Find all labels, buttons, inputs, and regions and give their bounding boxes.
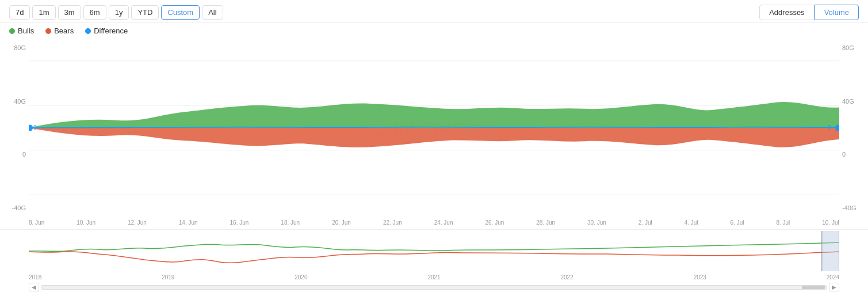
y-label-40g: 40G [3, 98, 26, 105]
btn-6m[interactable]: 6m [83, 5, 106, 20]
legend-bears: Bears [45, 26, 74, 35]
btn-3m[interactable]: 3m [58, 5, 81, 20]
bears-label: Bears [54, 26, 74, 35]
btn-ytd[interactable]: YTD [131, 5, 159, 20]
header: 7d 1m 3m 6m 1y YTD Custom All Addresses … [0, 0, 868, 23]
scrollbar-track[interactable] [41, 285, 827, 290]
difference-dot [85, 28, 91, 34]
btn-all[interactable]: All [202, 5, 223, 20]
legend-difference: Difference [85, 26, 128, 35]
bears-area [29, 128, 839, 147]
mini-bulls-line [29, 242, 839, 251]
y-axis-right: 80G 40G 0 -40G [839, 39, 868, 217]
mini-x-2024: 2024 [827, 274, 839, 280]
chart-area: IntoTheBlock 0 0 [29, 39, 839, 217]
mini-chart-selection[interactable] [822, 231, 839, 271]
btn-1y[interactable]: 1y [109, 5, 129, 20]
mini-x-2020: 2020 [295, 274, 307, 280]
bulls-label: Bulls [18, 26, 34, 35]
difference-label: Difference [94, 26, 128, 35]
y-label-neg40g: -40G [3, 204, 26, 211]
y-label-80g-top: 80G [3, 44, 26, 51]
btn-addresses[interactable]: Addresses [759, 5, 814, 20]
x-label-2: 12. Jun [128, 219, 147, 226]
chart-legend: Bulls Bears Difference [0, 23, 868, 39]
main-chart-svg: 0 0 [29, 39, 839, 217]
mini-x-2019: 2019 [162, 274, 174, 280]
y-right-80g-top: 80G [842, 44, 865, 51]
x-label-16: 10. Jul [822, 219, 839, 226]
btn-1m[interactable]: 1m [32, 5, 55, 20]
scroll-right-arrow[interactable]: ▶ [829, 283, 839, 291]
scrollbar-container: ◀ ▶ [0, 282, 868, 292]
x-label-7: 22. Jun [383, 219, 402, 226]
mini-chart-svg [29, 231, 839, 271]
mini-bears-line [29, 252, 839, 263]
x-label-14: 6. Jul [731, 219, 744, 226]
mini-x-2022: 2022 [561, 274, 573, 280]
y-right-neg40g: -40G [842, 204, 865, 211]
mini-x-2021: 2021 [427, 274, 440, 280]
scroll-left-arrow[interactable]: ◀ [29, 283, 39, 291]
x-label-11: 30. Jun [587, 219, 606, 226]
x-axis: 8. Jun 10. Jun 12. Jun 14. Jun 16. Jun 1… [0, 217, 868, 228]
y-right-40g: 40G [842, 98, 865, 105]
x-label-15: 8. Jul [776, 219, 790, 226]
main-chart-container: 80G 40G 0 -40G IntoTheBlock [0, 39, 868, 217]
bears-dot [45, 28, 51, 34]
x-label-6: 20. Jun [332, 219, 351, 226]
btn-volume[interactable]: Volume [815, 5, 859, 20]
x-label-5: 18. Jun [281, 219, 300, 226]
btn-custom[interactable]: Custom [161, 5, 200, 20]
mini-x-axis: 2018 2019 2020 2021 2022 2023 2024 [0, 273, 868, 282]
svg-text:0: 0 [828, 124, 831, 131]
x-label-4: 16. Jun [230, 219, 249, 226]
svg-text:0: 0 [33, 124, 37, 131]
x-label-8: 24. Jun [434, 219, 453, 226]
y-axis-left: 80G 40G 0 -40G [0, 39, 29, 217]
zero-dot-left [29, 124, 33, 131]
x-label-13: 4. Jul [685, 219, 698, 226]
scrollbar-thumb[interactable] [802, 286, 825, 289]
mini-x-2018: 2018 [29, 274, 41, 280]
y-label-0: 0 [3, 151, 26, 158]
mini-x-2023: 2023 [694, 274, 706, 280]
x-label-9: 26. Jun [485, 219, 504, 226]
mini-chart-container [0, 229, 868, 273]
bulls-dot [9, 28, 15, 34]
x-label-1: 10. Jun [77, 219, 95, 226]
x-label-3: 14. Jun [179, 219, 198, 226]
btn-7d[interactable]: 7d [9, 5, 30, 20]
legend-bulls: Bulls [9, 26, 34, 35]
x-label-0: 8. Jun [29, 219, 44, 226]
view-toggle-group: Addresses Volume [759, 5, 859, 20]
time-button-group: 7d 1m 3m 6m 1y YTD Custom All [9, 5, 223, 20]
y-right-0: 0 [842, 151, 865, 158]
x-label-10: 28. Jun [536, 219, 555, 226]
x-label-12: 2. Jul [638, 219, 652, 226]
